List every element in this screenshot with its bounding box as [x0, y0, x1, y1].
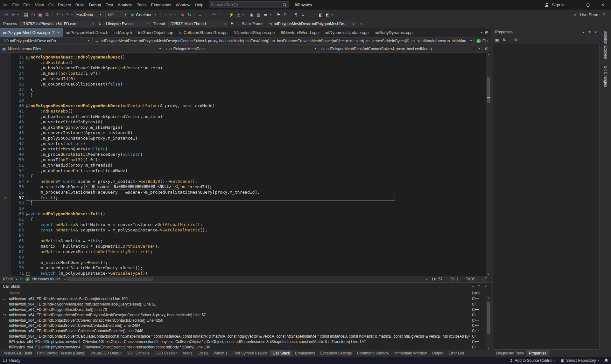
git-changes-tab[interactable]: Git Changes — [603, 66, 608, 87]
close-icon[interactable]: ✕ — [594, 31, 597, 34]
property-pages-icon[interactable]: ⚙ — [514, 38, 517, 42]
menu-debug[interactable]: Debug — [87, 1, 103, 9]
call-stack-frame[interactable]: ndNewton_x64_FD.dll!ndContactSolver::Cal… — [0, 334, 486, 339]
pin-icon[interactable]: ⊤ — [588, 31, 591, 34]
pin-icon[interactable]: ⊤ — [52, 31, 55, 34]
call-stack-frame[interactable]: fliPhysics_x64_FD.dll!fli::physics::newt… — [0, 344, 486, 350]
categorized-icon[interactable]: ▦ — [495, 38, 499, 42]
fold-collapse-icon[interactable]: − — [26, 105, 30, 108]
tab-options-icon[interactable]: ⊞ — [485, 30, 488, 35]
tab-tstcollisionshapesgui-cpp[interactable]: tstCollisionShapesGui.cpp — [176, 28, 231, 37]
step-into-icon[interactable]: ↓ — [203, 12, 210, 17]
call-stack-scrollbar[interactable]: ▲ ▼ — [486, 296, 491, 350]
sync-icon[interactable]: ⟳ — [20, 277, 23, 281]
show-next-statement-icon[interactable]: → — [196, 12, 203, 17]
tool-tab-ssh-console[interactable]: SSH Console — [124, 350, 152, 356]
menu-build[interactable]: Build — [73, 1, 87, 9]
fold-margin[interactable]: − — [25, 54, 31, 60]
sign-in-button[interactable]: Sign in — [552, 3, 565, 7]
line-numbers-icon[interactable]: ≡ — [299, 12, 306, 17]
menu-help[interactable]: Help — [193, 1, 206, 9]
whitespace-icon[interactable]: ∙ — [306, 12, 313, 17]
unflag-thread-icon[interactable]: ⚐ — [282, 12, 289, 17]
undo-icon[interactable]: ↶ — [54, 12, 61, 17]
issues-label[interactable]: No issues found — [32, 277, 60, 281]
editor-vertical-scrollbar[interactable]: ▲ ▼ — [486, 53, 491, 276]
fold-collapse-icon[interactable]: − — [26, 272, 30, 276]
stack-frame-dropdown[interactable]: ↪ndPolygonMeshDesc::ndPolygonMeshDe... ▾ — [267, 21, 356, 27]
stop-debugging-icon[interactable]: ■ — [179, 12, 186, 17]
save-icon[interactable]: ▣ — [37, 12, 44, 17]
add-to-source-control-button[interactable]: ↥ Add to Source Control ▴ — [509, 358, 555, 363]
step-backward-icon[interactable]: ↻ — [98, 22, 102, 26]
unflag-thread-icon[interactable]: ⚐ — [236, 22, 240, 26]
chevron-down-icon[interactable]: ▾ — [62, 13, 63, 16]
tab-tstghostobject-cpp[interactable]: tstGhostObject.cpp — [135, 28, 177, 37]
pin-icon[interactable]: ⊤ — [478, 285, 481, 288]
tab-nddynamicsupdate-cpp[interactable]: ndDynamicsUpdate.cpp — [322, 28, 372, 37]
navigate-backward-icon[interactable]: ⟲ — [3, 12, 10, 17]
code-editor[interactable]: 3031−ndPolygonMeshDesc::ndPolygonMeshDes… — [0, 53, 491, 276]
step-out-icon[interactable]: ↑ — [217, 12, 224, 17]
eol-indicator[interactable]: LF — [482, 277, 487, 281]
flag-thread-icon[interactable]: ⚑ — [230, 22, 234, 26]
fold-margin[interactable]: ▶ — [25, 178, 31, 184]
hot-reload-icon[interactable]: ♨ — [162, 12, 169, 17]
menu-tools[interactable]: Tools — [135, 1, 149, 9]
send-feedback-icon[interactable]: ⚐ — [603, 12, 607, 17]
flag-thread-icon[interactable]: ⚑ — [275, 12, 282, 17]
call-stack-frame[interactable]: ndNewton_x64_FD.dll!ndPolygonMeshDesc::n… — [0, 302, 486, 307]
tab-ndarray-h[interactable]: ndArray.h — [111, 28, 135, 37]
tool-tab-breakpoints[interactable]: Breakpoints — [292, 350, 318, 356]
scroll-down-icon[interactable]: ▼ — [486, 273, 491, 276]
tool-tab-exception-settings[interactable]: Exception Settings — [318, 350, 354, 356]
tool-tab-locals[interactable]: Locals — [195, 350, 211, 356]
select-repository-button[interactable]: ▣ Select Repository ▴ — [561, 358, 599, 363]
solution-explorer-tab[interactable]: Solution Explorer — [603, 31, 608, 59]
continue-button[interactable]: ▶Continue▾ — [129, 11, 159, 18]
bookmark-icon[interactable]: ◧ — [317, 12, 324, 17]
member-scope-dropdown[interactable]: ⚙ ndPolygonMeshDesc(ndContactSolver& pro… — [319, 45, 482, 53]
save-all-icon[interactable]: ⧉ — [44, 12, 51, 17]
fold-margin[interactable]: − — [25, 271, 31, 276]
tool-tab-command-window[interactable]: Command Window — [355, 350, 392, 356]
menu-project[interactable]: Project — [56, 1, 73, 9]
tool-tab-autos[interactable]: Autos — [180, 350, 195, 356]
open-file-icon[interactable]: ⊡ — [30, 12, 37, 17]
memory-window-icon[interactable]: ▥ — [255, 12, 262, 17]
word-wrap-icon[interactable]: ¶ — [292, 12, 299, 17]
menu-extensions[interactable]: Extensions — [149, 1, 174, 9]
chevron-down-icon[interactable]: ▾ — [17, 13, 18, 16]
breakpoints-window-icon[interactable]: ◉ — [248, 12, 255, 17]
tool-tab-call-stack[interactable]: Call Stack — [270, 350, 292, 356]
tool-tab-watch-1[interactable]: Watch 1 — [211, 350, 230, 356]
threads-window-icon[interactable]: ≣ — [262, 12, 269, 17]
window-menu-icon[interactable]: ▾ — [472, 285, 474, 288]
scrollbar-thumb[interactable] — [487, 77, 490, 103]
navbar-options-icon[interactable]: ⊞ — [482, 45, 491, 53]
solution-configurations-dropdown[interactable]: FastDebu▾ — [74, 11, 103, 18]
lifecycle-events-dropdown[interactable]: Lifecycle Events▾ — [104, 21, 151, 27]
step-over-icon[interactable]: ↷ — [210, 12, 217, 17]
column-header-lang[interactable]: Lang — [470, 290, 486, 296]
close-icon[interactable]: ✕ — [57, 31, 60, 34]
chevron-down-icon[interactable]: ▾ — [332, 13, 333, 16]
tool-tab-find-symbol-results-clang-[interactable]: Find Symbol Results [Clang] — [35, 350, 88, 356]
process-dropdown[interactable]: [18792] tstPhysics_x64_FD.exe▾ — [20, 21, 96, 27]
menu-analyze[interactable]: Analyze — [116, 1, 135, 9]
run-to-cursor-icon[interactable]: ▶ — [27, 180, 29, 183]
fold-margin[interactable]: − — [25, 103, 31, 108]
call-stack-frame[interactable]: ↪ndNewton_x64_FD.dll!ndPolygonMeshDesc::… — [0, 312, 486, 318]
attach-process-icon[interactable]: ⚡ — [228, 12, 235, 17]
type-scope-dropdown[interactable]: ↓ ndPolygonMeshDesc ▾ — [163, 45, 319, 53]
fold-margin[interactable]: − — [25, 211, 31, 216]
tabs-indicator[interactable]: TABS — [466, 277, 475, 281]
scrollbar-thumb[interactable] — [67, 278, 153, 281]
alphabetical-sort-icon[interactable]: ⇅ — [502, 38, 506, 42]
tool-tab-output[interactable]: Output — [429, 350, 446, 356]
signature-dropdown[interactable]: → ndPolygonMeshDesc::ndPolygonMeshDesc(n… — [92, 38, 474, 45]
debugger-datatip[interactable]: ▶scene0x0000000000000000 <NULL> — [84, 184, 180, 189]
tool-tab-visualgdb-build[interactable]: VisualGDB Build — [1, 350, 35, 356]
fold-collapse-icon[interactable]: − — [26, 213, 30, 216]
tool-tab-find-symbol-results[interactable]: Find Symbol Results — [230, 350, 270, 356]
